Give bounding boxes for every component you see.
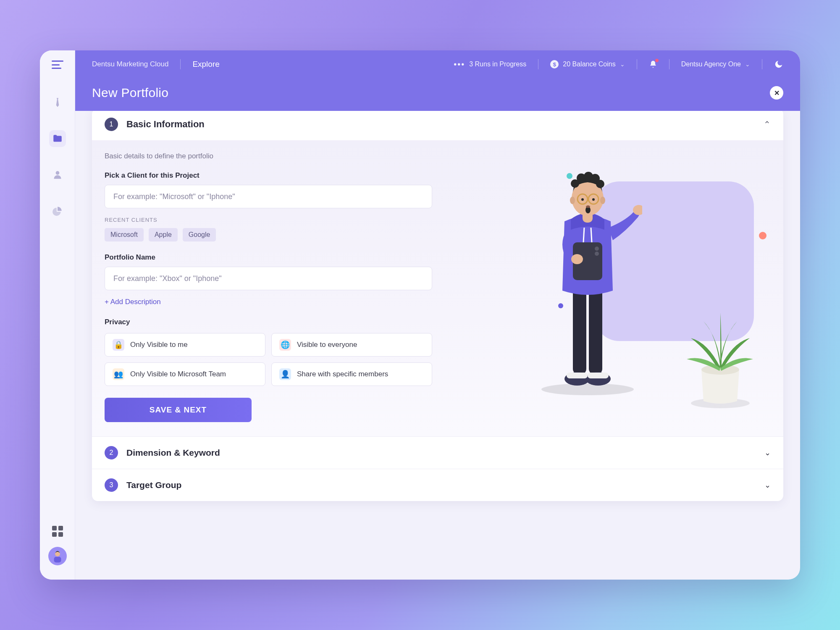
- avatar[interactable]: [48, 547, 67, 565]
- page-header: New Portfolio ✕: [75, 78, 800, 111]
- privacy-label-text: Visible to everyone: [297, 341, 357, 349]
- topbar: Dentsu Marketing Cloud Explore ••• 3 Run…: [75, 50, 800, 78]
- team-icon: 👥: [113, 368, 124, 380]
- svg-line-16: [583, 228, 584, 242]
- runs-status[interactable]: ••• 3 Runs in Progress: [454, 60, 526, 69]
- svg-rect-1: [54, 557, 61, 563]
- close-button[interactable]: ✕: [770, 86, 783, 100]
- recent-clients: Microsoft Apple Google: [105, 228, 432, 242]
- chip-microsoft[interactable]: Microsoft: [105, 228, 144, 242]
- sidebar: [40, 50, 75, 580]
- svg-rect-10: [588, 373, 609, 378]
- coin-icon: $: [550, 60, 559, 68]
- illustration: [457, 152, 771, 422]
- menu-icon[interactable]: [52, 60, 63, 69]
- save-next-button[interactable]: SAVE & NEXT: [105, 398, 252, 422]
- svg-rect-9: [567, 373, 588, 378]
- step-badge: 3: [105, 478, 118, 492]
- divider: [637, 59, 637, 69]
- svg-point-32: [570, 197, 575, 204]
- privacy-everyone[interactable]: 🌐 Visible to everyone: [271, 333, 432, 357]
- svg-point-28: [581, 198, 584, 201]
- person-illustration: [533, 160, 642, 396]
- add-description-link[interactable]: + Add Description: [105, 298, 432, 306]
- chevron-down-icon: ⌄: [620, 61, 625, 68]
- content: 1 Basic Information ⌃ Basic details to d…: [75, 111, 800, 580]
- section-target-header[interactable]: 3 Target Group ⌄: [92, 469, 783, 501]
- privacy-label-text: Only Visible to me: [130, 341, 188, 349]
- coins-balance[interactable]: $ 20 Balance Coins ⌄: [550, 60, 625, 68]
- runs-label: 3 Runs in Progress: [469, 60, 526, 68]
- svg-point-14: [595, 252, 599, 256]
- svg-point-15: [571, 254, 583, 264]
- notification-dot: [655, 59, 659, 62]
- apps-icon[interactable]: [52, 526, 63, 537]
- notifications-button[interactable]: [649, 60, 657, 68]
- chevron-up-icon: ⌃: [764, 119, 771, 129]
- privacy-label: Privacy: [105, 318, 432, 326]
- agency-dropdown[interactable]: Dentsu Agency One ⌄: [681, 60, 750, 68]
- divider: [538, 59, 538, 69]
- privacy-only-me[interactable]: 🔒 Only Visible to me: [105, 333, 265, 357]
- divider: [669, 59, 669, 69]
- section-title: Dimension & Keyword: [126, 448, 756, 458]
- privacy-specific[interactable]: 👤 Share with specific members: [271, 362, 432, 386]
- tie-icon[interactable]: [49, 94, 66, 111]
- privacy-label-text: Only Visible to Microsoft Team: [130, 370, 226, 378]
- svg-line-17: [591, 228, 592, 242]
- svg-point-13: [595, 247, 599, 251]
- pie-chart-icon[interactable]: [49, 202, 66, 219]
- svg-rect-5: [573, 286, 586, 375]
- svg-point-4: [541, 383, 634, 395]
- privacy-team[interactable]: 👥 Only Visible to Microsoft Team: [105, 362, 265, 386]
- portfolio-name-label: Portfolio Name: [105, 253, 432, 262]
- section-dimension-header[interactable]: 2 Dimension & Keyword ⌄: [92, 436, 783, 469]
- chevron-down-icon: ⌄: [745, 61, 750, 68]
- step-badge: 1: [105, 118, 118, 131]
- page-title: New Portfolio: [92, 86, 168, 100]
- chip-google[interactable]: Google: [183, 228, 216, 242]
- close-icon: ✕: [774, 89, 780, 97]
- svg-point-24: [596, 180, 604, 188]
- chevron-down-icon: ⌄: [764, 480, 771, 490]
- dots-icon: •••: [454, 60, 465, 69]
- section-title: Target Group: [126, 480, 756, 490]
- lock-icon: 🔒: [113, 339, 124, 351]
- svg-point-29: [592, 198, 595, 201]
- svg-point-33: [600, 197, 605, 204]
- divider: [762, 59, 762, 69]
- svg-rect-6: [589, 286, 602, 375]
- svg-point-31: [586, 205, 590, 208]
- client-label: Pick a Client for this Project: [105, 171, 432, 180]
- folder-icon[interactable]: [49, 130, 66, 147]
- agency-label: Dentsu Agency One: [681, 60, 741, 68]
- brand-label: Dentsu Marketing Cloud: [92, 60, 168, 68]
- section-basic-header[interactable]: 1 Basic Information ⌃: [92, 111, 783, 140]
- client-input[interactable]: [105, 185, 432, 208]
- globe-icon: 🌐: [279, 339, 291, 351]
- person-icon[interactable]: [49, 166, 66, 183]
- privacy-options: 🔒 Only Visible to me 🌐 Visible to everyo…: [105, 333, 432, 386]
- divider: [180, 59, 181, 69]
- section-title: Basic Information: [126, 119, 755, 130]
- section-basic-body: Basic details to define the portfolio Pi…: [92, 140, 783, 436]
- step-badge: 2: [105, 446, 118, 459]
- chip-apple[interactable]: Apple: [149, 228, 178, 242]
- theme-toggle[interactable]: [774, 60, 783, 69]
- chevron-down-icon: ⌄: [764, 448, 771, 457]
- explore-link[interactable]: Explore: [192, 60, 219, 69]
- share-icon: 👤: [279, 368, 291, 380]
- main: Dentsu Marketing Cloud Explore ••• 3 Run…: [75, 50, 800, 580]
- form-card: 1 Basic Information ⌃ Basic details to d…: [92, 111, 783, 501]
- recent-clients-label: RECENT CLIENTS: [105, 217, 432, 223]
- section-subtext: Basic details to define the portfolio: [105, 152, 432, 160]
- portfolio-name-input[interactable]: [105, 267, 432, 290]
- privacy-label-text: Share with specific members: [297, 370, 388, 378]
- plant-illustration: [678, 309, 754, 410]
- app-window: Dentsu Marketing Cloud Explore ••• 3 Run…: [40, 50, 800, 580]
- coins-label: 20 Balance Coins: [563, 60, 615, 68]
